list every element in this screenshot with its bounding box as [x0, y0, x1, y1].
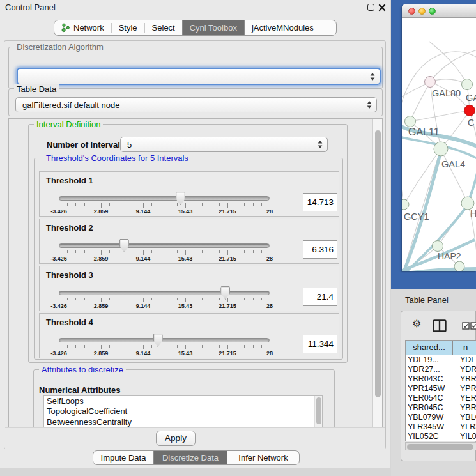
algorithm-combobox[interactable] [17, 68, 381, 85]
table-row[interactable]: YBL079WYBL0 [406, 413, 476, 422]
number-of-intervals-combobox[interactable]: 5 [120, 137, 328, 152]
slider-tick [261, 250, 262, 253]
control-panel-titlebar: Control Panel [0, 0, 390, 14]
tab-jactivemnodules-label: jActiveMNodules [252, 23, 314, 33]
attributes-scrollbar[interactable] [314, 396, 322, 427]
zoom-traffic-light[interactable] [429, 8, 436, 15]
network-node[interactable] [402, 199, 409, 210]
network-node-label: H [470, 208, 476, 219]
slider-tick [253, 203, 254, 206]
table-hscrollbar-thumb[interactable] [407, 444, 473, 450]
table-row[interactable]: YDR27...YDR2 [406, 365, 476, 374]
threshold-slider-thumb[interactable] [153, 334, 163, 347]
cyni-bottom-tabs: Impute Data Discretize Data Infer Networ… [93, 450, 300, 465]
settings-vertical-scrollbar[interactable] [372, 119, 382, 427]
numerical-attributes-list[interactable]: SelfLoopsTopologicalCoefficientBetweenne… [43, 395, 323, 427]
slider-tick [59, 250, 59, 255]
threshold-slider-track[interactable] [59, 196, 270, 201]
threshold-slider-thumb[interactable] [220, 286, 230, 300]
table-row[interactable]: YBR045CYBR0 [406, 403, 476, 413]
threshold-value-field[interactable]: 21.4 [303, 288, 337, 306]
network-node[interactable] [464, 105, 475, 116]
close-traffic-light[interactable] [408, 8, 415, 15]
network-edge[interactable] [430, 50, 476, 82]
threshold-slider-track[interactable] [59, 338, 270, 342]
slider-tick-label: 15.43 [178, 303, 193, 309]
slider-tick [177, 298, 178, 300]
table-data-combobox[interactable]: galFiltered.sif default node [15, 97, 377, 112]
slider-tick [194, 298, 194, 300]
network-view[interactable]: GAL80GACGAL11GAL4GCY1HHAP2 [402, 18, 476, 271]
network-node-label: GCY1 [404, 211, 429, 222]
network-edge[interactable] [429, 42, 467, 84]
tab-cyni-toolbox[interactable]: Cyni Toolbox [182, 20, 245, 35]
threshold-slider-track[interactable] [59, 243, 270, 248]
network-edge[interactable] [410, 111, 470, 121]
slider-tick [211, 203, 211, 206]
attributes-scrollbar-thumb[interactable] [316, 397, 321, 424]
columns-icon[interactable] [433, 319, 447, 332]
slider-tick [236, 250, 236, 253]
network-node[interactable] [433, 241, 443, 252]
list-item[interactable]: SelfLoops [44, 396, 322, 406]
float-window-icon[interactable] [367, 4, 374, 11]
tab-discretize-data[interactable]: Discretize Data [153, 451, 227, 464]
slider-tick [143, 298, 144, 302]
network-edge[interactable] [402, 269, 476, 271]
list-item[interactable]: TopologicalCoefficient [44, 406, 322, 417]
table-row[interactable]: YIL052CYIL0 [406, 432, 476, 441]
slider-tick [151, 345, 152, 348]
slider-tick [151, 250, 152, 253]
gear-icon[interactable]: ⚙ [412, 319, 421, 329]
network-node[interactable] [462, 79, 473, 90]
slider-tick [109, 203, 110, 206]
network-edge[interactable] [441, 149, 468, 203]
slider-tick-label: 21.715 [219, 208, 236, 215]
network-edge[interactable] [410, 82, 430, 121]
tab-select[interactable]: Select [145, 20, 182, 35]
column-header-shared-name[interactable]: shared... [406, 341, 453, 355]
slider-tick [84, 298, 85, 300]
list-item[interactable]: BetweennessCentrality [44, 417, 322, 427]
threshold-value-field[interactable]: 14.713 [303, 193, 337, 211]
slider-tick [160, 203, 160, 206]
network-node[interactable] [405, 116, 416, 127]
tab-select-label: Select [152, 23, 175, 33]
network-edge[interactable] [402, 155, 404, 204]
network-node[interactable] [425, 77, 436, 88]
node-attribute-table[interactable]: shared... n YDL19...YDL1YDR27...YDR2YBR0… [405, 340, 476, 441]
table-row[interactable]: YER054CYER0 [406, 394, 476, 403]
network-node[interactable] [434, 142, 448, 156]
table-row[interactable]: YDL19...YDL1 [406, 355, 476, 365]
threshold-slider-thumb[interactable] [119, 239, 129, 252]
threshold-value-field[interactable]: 11.344 [303, 335, 337, 353]
table-horizontal-scrollbar[interactable] [405, 442, 476, 450]
table-row[interactable]: YBR043CYBR0 [406, 374, 476, 384]
tab-style[interactable]: Style [112, 20, 144, 35]
slider-tick [219, 250, 220, 253]
interval-definition-title: Interval Definition [34, 119, 103, 129]
close-icon[interactable] [378, 4, 386, 12]
tab-infer-network[interactable]: Infer Network [227, 451, 299, 464]
discretization-algorithm-group: Discretization Algorithm [8, 47, 383, 89]
minimize-traffic-light[interactable] [418, 8, 426, 15]
network-node[interactable] [454, 261, 464, 271]
discretization-algorithm-title: Discretization Algorithm [14, 42, 106, 52]
tab-network[interactable]: Network [54, 20, 111, 35]
slider-tick [135, 345, 135, 348]
tab-infer-network-label: Infer Network [238, 453, 288, 463]
threshold-value-field[interactable]: 6.316 [303, 240, 337, 259]
tab-jactivemnodules[interactable]: jActiveMNodules [245, 20, 321, 35]
threshold-slider-track[interactable] [59, 291, 270, 295]
network-node[interactable] [461, 197, 474, 210]
select-all-checkbox-icon[interactable] [462, 322, 470, 330]
column-header-name[interactable]: n [453, 341, 476, 355]
threshold-row-1: Threshold 1-3.4262.8599.14415.4321.71528… [39, 171, 339, 217]
tab-impute-data[interactable]: Impute Data [93, 451, 153, 464]
table-row[interactable]: YLR345WYLR3 [406, 422, 476, 432]
apply-button[interactable]: Apply [156, 431, 196, 446]
settings-scrollbar-thumb[interactable] [375, 130, 381, 397]
slider-tick [151, 203, 152, 206]
deselect-all-checkbox-icon[interactable] [470, 322, 476, 330]
table-row[interactable]: YPR145WYPR1 [406, 384, 476, 394]
